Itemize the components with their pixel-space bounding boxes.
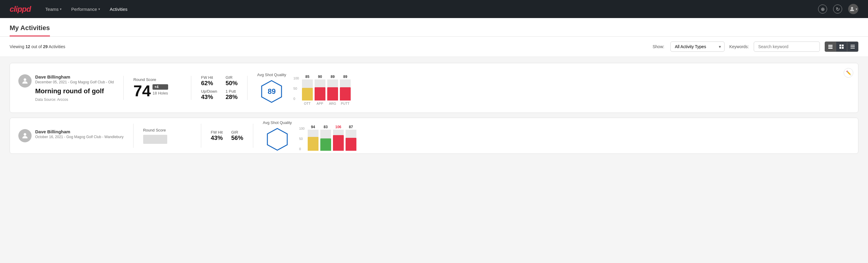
svg-rect-8: [850, 45, 855, 46]
holes-text: 18 Holes: [153, 91, 168, 95]
avatar: [18, 129, 32, 142]
data-source: Data Source: Arccos: [35, 97, 114, 102]
gir-metric: GIR 50%: [225, 75, 238, 87]
activity-card: ✏️ Dave Billingham December 05, 2021 - G…: [10, 63, 858, 113]
activity-card: Dave Billingham October 16, 2021 - Gog M…: [10, 118, 858, 154]
metrics-grid: FW Hit 43% GIR 56%: [211, 130, 243, 141]
app-logo[interactable]: clippd: [10, 4, 31, 14]
activity-type-select-wrapper: All Activity Types: [671, 41, 724, 52]
chart-label-ott: OTT: [302, 102, 313, 105]
activity-type-select[interactable]: All Activity Types: [671, 41, 724, 52]
svg-rect-6: [839, 47, 841, 49]
activity-date: December 05, 2021 - Gog Magog Golf Club …: [35, 80, 114, 84]
activity-date: October 16, 2021 - Gog Magog Golf Club -…: [35, 135, 124, 139]
svg-rect-9: [850, 46, 855, 47]
updown-metric: Up/Down 43%: [201, 89, 217, 100]
user-name: Dave Billingham: [35, 74, 114, 80]
nav-performance[interactable]: Performance ▾: [71, 5, 100, 13]
quality-hexagon: [265, 127, 289, 151]
quality-section: Avg Shot Quality 89 100 50 0: [257, 70, 351, 105]
shot-quality-chart: 100 50 0 85 90: [293, 70, 351, 105]
quality-hexagon: 89: [259, 80, 284, 104]
fw-hit-metric: FW Hit 43%: [211, 130, 223, 141]
nav-right: ⊕ ↻ ▾: [818, 4, 858, 14]
quality-label: Avg Shot Quality: [263, 120, 292, 125]
compact-list-view-button[interactable]: [847, 42, 858, 52]
svg-rect-2: [828, 46, 833, 47]
user-info: Dave Billingham October 16, 2021 - Gog M…: [18, 129, 124, 142]
round-score-section: Round Score 74 +4 18 Holes: [133, 77, 181, 99]
bar-arg: 89: [327, 75, 338, 100]
svg-point-0: [851, 7, 853, 9]
quality-section: Avg Shot Quality 100 50 0 94: [263, 120, 356, 151]
svg-rect-4: [839, 45, 841, 46]
navbar: clippd Teams ▾ Performance ▾ Activities …: [0, 0, 868, 18]
svg-rect-3: [828, 48, 833, 49]
show-label: Show:: [653, 44, 664, 49]
page-title: My Activities: [10, 18, 50, 36]
round-score-label: Round Score: [143, 128, 191, 133]
gir-metric: GIR 56%: [231, 130, 243, 141]
one-putt-metric: 1 Putt 28%: [225, 89, 238, 100]
svg-point-11: [24, 78, 27, 81]
grid-view-button[interactable]: [836, 42, 847, 52]
fw-hit-metric: FW Hit 62%: [201, 75, 217, 87]
bar-putt: 89: [340, 75, 351, 100]
chevron-down-icon: ▾: [98, 7, 100, 11]
avatar: [18, 74, 32, 88]
score-value: 74: [133, 83, 151, 99]
user-info: Dave Billingham December 05, 2021 - Gog …: [18, 74, 114, 102]
activity-title: Morning round of golf: [35, 87, 114, 95]
chart-label-arg: ARG: [327, 102, 338, 105]
svg-rect-5: [842, 45, 844, 46]
quality-label: Avg Shot Quality: [257, 72, 286, 77]
bar-ott: 85: [302, 75, 313, 100]
page-header: My Activities: [0, 18, 868, 37]
svg-marker-14: [268, 128, 287, 150]
metrics-grid: FW Hit 62% GIR 50% Up/Down 43% 1 Putt 28…: [201, 75, 238, 100]
search-input[interactable]: [754, 41, 820, 52]
score-badge: +4: [153, 84, 168, 90]
svg-point-13: [24, 133, 27, 136]
refresh-icon[interactable]: ↻: [833, 4, 842, 13]
bar-app: 90: [315, 75, 326, 100]
edit-button[interactable]: ✏️: [844, 68, 853, 78]
round-score-label: Round Score: [133, 77, 181, 82]
divider: [133, 124, 133, 148]
chevron-down-icon: ▾: [60, 7, 62, 11]
round-score-section: Round Score: [143, 128, 191, 144]
keywords-label: Keywords:: [730, 44, 749, 49]
user-name: Dave Billingham: [35, 129, 124, 134]
divider: [253, 124, 253, 148]
svg-rect-10: [850, 48, 855, 49]
chart-label-app: APP: [315, 102, 326, 105]
activities-list: ✏️ Dave Billingham December 05, 2021 - G…: [0, 57, 868, 160]
filters-bar: Viewing 12 out of 29 Activities Show: Al…: [0, 37, 868, 57]
user-avatar[interactable]: ▾: [848, 4, 858, 14]
divider: [201, 124, 201, 148]
shot-quality-chart-2: 100 50 0 94 83: [299, 121, 356, 151]
nav-teams[interactable]: Teams ▾: [45, 5, 62, 13]
divider: [191, 76, 191, 100]
svg-rect-1: [828, 45, 833, 46]
list-detail-view-button[interactable]: [825, 42, 836, 52]
nav-activities[interactable]: Activities: [110, 5, 127, 13]
chart-label-putt: PUTT: [340, 102, 351, 105]
quality-value: 89: [268, 87, 276, 96]
divider: [123, 76, 124, 100]
viewing-text: Viewing 12 out of 29 Activities: [10, 44, 65, 49]
svg-rect-7: [842, 47, 844, 49]
add-icon[interactable]: ⊕: [818, 4, 827, 13]
view-toggle: [825, 41, 858, 52]
divider: [247, 76, 248, 100]
